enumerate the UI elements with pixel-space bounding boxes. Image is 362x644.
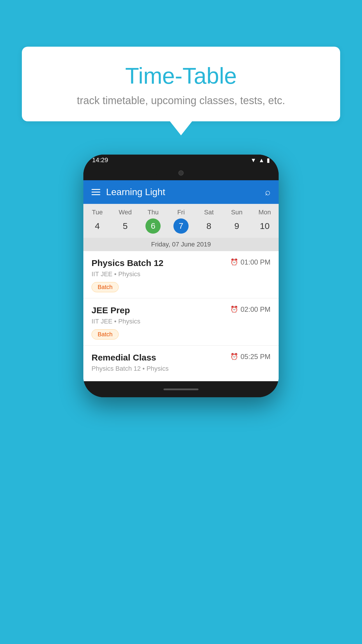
batch-tag-2[interactable]: Batch (92, 329, 119, 340)
menu-button[interactable] (92, 189, 100, 195)
hamburger-line-1 (92, 189, 100, 190)
class-item-3[interactable]: Remedial Class ⏰ 05:25 PM Physics Batch … (83, 346, 279, 381)
phone-frame: 14:29 ▼ ▲ ▮ (83, 155, 279, 397)
time-value-3: 05:25 PM (240, 353, 270, 361)
day-6-today[interactable]: 6 (145, 218, 161, 234)
phone-container: 14:29 ▼ ▲ ▮ (83, 155, 279, 397)
time-value-1: 01:00 PM (240, 258, 270, 266)
front-camera (178, 170, 184, 176)
speech-bubble: Time-Table track timetable, upcoming cla… (22, 47, 340, 121)
day-label-sat: Sat (195, 209, 223, 216)
bubble-title: Time-Table (39, 63, 323, 89)
day-9[interactable]: 9 (223, 218, 251, 234)
notch-area (83, 166, 279, 180)
selected-date-label: Friday, 07 June 2019 (83, 238, 279, 251)
class-time-1: ⏰ 01:00 PM (230, 258, 270, 266)
bottom-bezel (83, 381, 279, 397)
header-left: Learning Light (92, 187, 165, 197)
bubble-arrow (170, 121, 192, 135)
wifi-icon: ▼ (250, 157, 256, 164)
class-item-2-header: JEE Prep ⏰ 02:00 PM (92, 305, 270, 315)
class-list: Physics Batch 12 ⏰ 01:00 PM IIT JEE • Ph… (83, 251, 279, 381)
class-item-1[interactable]: Physics Batch 12 ⏰ 01:00 PM IIT JEE • Ph… (83, 251, 279, 298)
hamburger-line-2 (92, 192, 100, 192)
class-time-3: ⏰ 05:25 PM (230, 353, 270, 361)
class-name-3: Remedial Class (92, 353, 156, 363)
bubble-subtitle: track timetable, upcoming classes, tests… (39, 94, 323, 107)
calendar-strip[interactable]: Tue Wed Thu Fri Sat Sun Mon 4 5 6 7 8 9 … (83, 204, 279, 251)
class-item-3-header: Remedial Class ⏰ 05:25 PM (92, 353, 270, 363)
class-meta-1: IIT JEE • Physics (92, 270, 270, 278)
signal-icon: ▲ (259, 157, 264, 164)
day-7-selected[interactable]: 7 (173, 218, 189, 234)
day-5[interactable]: 5 (111, 218, 139, 234)
day-headers: Tue Wed Thu Fri Sat Sun Mon (83, 209, 279, 216)
day-numbers[interactable]: 4 5 6 7 8 9 10 (83, 218, 279, 238)
class-meta-3: Physics Batch 12 • Physics (92, 365, 270, 372)
home-indicator (164, 388, 198, 390)
day-label-thu: Thu (139, 209, 167, 216)
app-header: Learning Light ⌕ (83, 180, 279, 204)
speech-bubble-container: Time-Table track timetable, upcoming cla… (22, 47, 340, 135)
day-label-tue: Tue (83, 209, 111, 216)
class-name-2: JEE Prep (92, 305, 130, 315)
batch-tag-1[interactable]: Batch (92, 282, 119, 292)
status-bar: 14:29 ▼ ▲ ▮ (83, 155, 279, 166)
day-label-wed: Wed (111, 209, 139, 216)
status-icons: ▼ ▲ ▮ (250, 157, 270, 164)
day-label-fri: Fri (167, 209, 195, 216)
class-item-2[interactable]: JEE Prep ⏰ 02:00 PM IIT JEE • Physics Ba… (83, 298, 279, 346)
phone-screen: Learning Light ⌕ Tue Wed Thu Fri Sat Sun… (83, 180, 279, 381)
class-meta-2: IIT JEE • Physics (92, 318, 270, 325)
day-label-mon: Mon (251, 209, 279, 216)
time-value-2: 02:00 PM (240, 305, 270, 314)
day-4[interactable]: 4 (83, 218, 111, 234)
day-8[interactable]: 8 (195, 218, 223, 234)
hamburger-line-3 (92, 194, 100, 195)
status-time: 14:29 (92, 156, 108, 164)
class-item-1-header: Physics Batch 12 ⏰ 01:00 PM (92, 258, 270, 268)
clock-icon-1: ⏰ (230, 258, 238, 266)
clock-icon-2: ⏰ (230, 306, 238, 313)
notch (155, 166, 207, 180)
search-icon[interactable]: ⌕ (265, 187, 270, 197)
day-label-sun: Sun (223, 209, 251, 216)
class-time-2: ⏰ 02:00 PM (230, 305, 270, 314)
clock-icon-3: ⏰ (230, 353, 238, 360)
class-name-1: Physics Batch 12 (92, 258, 164, 268)
day-10[interactable]: 10 (251, 218, 279, 234)
battery-icon: ▮ (267, 157, 270, 164)
app-title: Learning Light (106, 187, 165, 197)
